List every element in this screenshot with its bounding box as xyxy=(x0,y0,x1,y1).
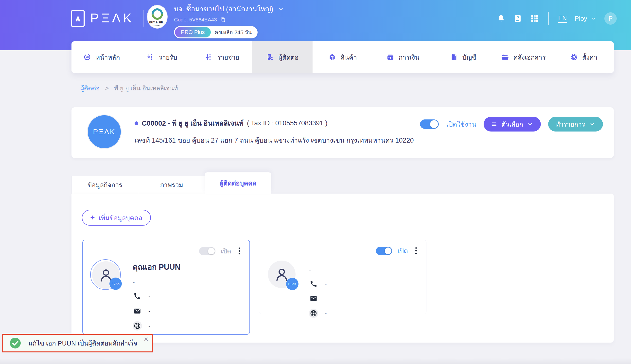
main-navbar: หน้าหลัก รายรับ รายจ่าย ผู้ติดต่อ สินค้า… xyxy=(72,41,614,73)
success-toast: แก้ไข เอก PUUN เป็นผู้ติดต่อหลักสำเร็จ × xyxy=(2,334,153,352)
company-name: บจ. ซื้อมาขายไป (สำนักงานใหญ่) xyxy=(174,4,273,14)
notifications-bell-icon[interactable] xyxy=(497,14,506,23)
nav-item-income[interactable]: รายรับ xyxy=(132,41,192,73)
contact-persons-panel: + เพิ่มข้อมูลบุคคล เปิด PΞΛK xyxy=(72,194,614,342)
person-name: คุณเอก PUUN xyxy=(133,261,180,273)
svg-text:?: ? xyxy=(517,16,519,20)
finance-icon xyxy=(387,53,394,61)
tab-business-info[interactable]: ข้อมูลกิจการ xyxy=(72,176,138,194)
plan-pill: PRO Plus คงเหลือ 245 วัน xyxy=(174,26,257,38)
person-website: - xyxy=(148,322,151,330)
company-logo[interactable]: BUY & SELL COMPANY xyxy=(147,5,168,28)
chevron-down-icon xyxy=(278,6,284,12)
phone-icon xyxy=(133,292,142,301)
options-button[interactable]: ตัวเลือก xyxy=(484,117,541,132)
person-card: เปิด PΞΛK - - xyxy=(259,240,426,314)
nav-item-accounting[interactable]: บัญชี xyxy=(433,41,493,73)
contact-tax-id: ( Tax ID : 0105557083391 ) xyxy=(247,120,328,127)
income-icon xyxy=(147,53,155,61)
apps-grid-icon[interactable] xyxy=(530,14,539,23)
chevron-down-icon xyxy=(590,16,596,22)
add-person-button[interactable]: + เพิ่มข้อมูลบุคคล xyxy=(82,210,151,226)
nav-label: การเงิน xyxy=(399,52,420,62)
plan-badge: PRO Plus xyxy=(175,27,211,38)
chevron-down-icon xyxy=(589,121,595,127)
options-label: ตัวเลือก xyxy=(501,119,523,129)
user-name: Ploy xyxy=(574,15,587,22)
nav-label: รายรับ xyxy=(159,52,177,62)
contacts-icon xyxy=(266,53,274,61)
person-website: - xyxy=(325,310,327,317)
breadcrumb-separator: > xyxy=(105,85,109,92)
user-avatar[interactable]: P xyxy=(604,12,617,25)
company-selector[interactable]: บจ. ซื้อมาขายไป (สำนักงานใหญ่) xyxy=(174,4,284,14)
nav-item-products[interactable]: สินค้า xyxy=(312,41,373,73)
page: ∧ PΞΛK BUY & SELL COMPANY บจ. ซื้อมาขายไ… xyxy=(0,0,631,364)
person-avatar: PΞΛK xyxy=(266,259,297,290)
accounting-icon xyxy=(450,53,458,61)
logo-text-line2: COMPANY xyxy=(147,25,167,26)
nav-item-settings[interactable]: ตั้งค่า xyxy=(554,41,614,73)
contact-title: C00002 - พี ยู ยู เอ็น อินเทลลิเจนท์ xyxy=(142,118,243,128)
chevron-down-icon xyxy=(527,121,533,127)
header-divider xyxy=(548,12,549,25)
phone-icon xyxy=(309,279,318,288)
breadcrumb: ผู้ติดต่อ > พี ยู ยู เอ็น อินเทลลิเจนท์ xyxy=(80,83,178,93)
nav-label: บัญชี xyxy=(462,52,476,62)
person-phone: - xyxy=(148,292,151,300)
contact-avatar: PΞΛK xyxy=(88,115,121,148)
brand-divider xyxy=(143,10,143,26)
nav-label: ผู้ติดต่อ xyxy=(278,52,299,62)
peak-badge: PΞΛK xyxy=(286,278,298,290)
success-check-icon xyxy=(9,337,21,349)
help-guide-icon[interactable]: ? xyxy=(513,14,522,23)
globe-icon xyxy=(133,321,142,330)
globe-icon xyxy=(309,308,318,318)
toast-close-icon[interactable]: × xyxy=(144,335,148,343)
contact-header-card: PΞΛK C00002 - พี ยู ยู เอ็น อินเทลลิเจนท… xyxy=(72,108,614,158)
contact-address: เลขที่ 145/161 ซอย คู้บอน 27 แยก 7 ถนน ค… xyxy=(135,135,414,146)
person-subtitle: - xyxy=(133,278,180,286)
contact-active-toggle[interactable] xyxy=(420,120,439,129)
nav-label: รายจ่าย xyxy=(217,52,239,62)
person-email: - xyxy=(325,295,327,302)
expense-icon xyxy=(205,53,213,61)
language-switcher[interactable]: EN xyxy=(558,14,567,23)
nav-label: หน้าหลัก xyxy=(96,52,120,62)
action-button[interactable]: ทำรายการ xyxy=(548,117,603,132)
contact-active-label: เปิดใช้งาน xyxy=(446,119,476,130)
kebab-menu-icon[interactable] xyxy=(237,246,242,256)
nav-item-finance[interactable]: การเงิน xyxy=(373,41,433,73)
tab-contact-persons[interactable]: ผู้ติดต่อบุคคล xyxy=(205,172,271,194)
nav-item-contacts[interactable]: ผู้ติดต่อ xyxy=(252,41,312,73)
person-email: - xyxy=(148,307,151,315)
nav-item-home[interactable]: หน้าหลัก xyxy=(72,41,132,73)
bottom-fade xyxy=(0,358,631,364)
peak-badge: PΞΛK xyxy=(109,278,122,290)
peak-logo[interactable]: ∧ PΞΛK xyxy=(71,10,143,27)
person-phone: - xyxy=(325,280,327,288)
detail-tabs: ข้อมูลกิจการ ภาพรวม ผู้ติดต่อบุคคล xyxy=(72,172,271,194)
nav-label: คลังเอกสาร xyxy=(513,52,546,62)
kebab-menu-icon[interactable] xyxy=(413,246,419,255)
person-toggle-label: เปิด xyxy=(221,246,231,256)
nav-label: สินค้า xyxy=(341,52,357,62)
plan-remaining-days: คงเหลือ 245 วัน xyxy=(215,28,252,37)
add-person-label: เพิ่มข้อมูลบุคคล xyxy=(99,213,142,223)
breadcrumb-contacts-link[interactable]: ผู้ติดต่อ xyxy=(80,83,100,93)
person-toggle[interactable] xyxy=(376,247,392,255)
products-icon xyxy=(328,53,336,61)
nav-label: ตั้งค่า xyxy=(582,52,597,62)
logo-arc-green xyxy=(149,6,165,22)
plus-icon: + xyxy=(90,214,95,222)
email-icon xyxy=(133,306,142,316)
toast-message: แก้ไข เอก PUUN เป็นผู้ติดต่อหลักสำเร็จ xyxy=(29,338,137,348)
person-toggle[interactable] xyxy=(199,247,215,255)
nav-item-documents[interactable]: คลังเอกสาร xyxy=(493,41,553,73)
peak-logo-text: PΞΛK xyxy=(90,10,134,25)
tab-overview[interactable]: ภาพรวม xyxy=(138,176,205,194)
copy-icon[interactable] xyxy=(220,17,226,23)
documents-icon xyxy=(501,53,509,61)
nav-item-expense[interactable]: รายจ่าย xyxy=(192,41,252,73)
user-menu[interactable]: Ploy xyxy=(574,15,596,22)
